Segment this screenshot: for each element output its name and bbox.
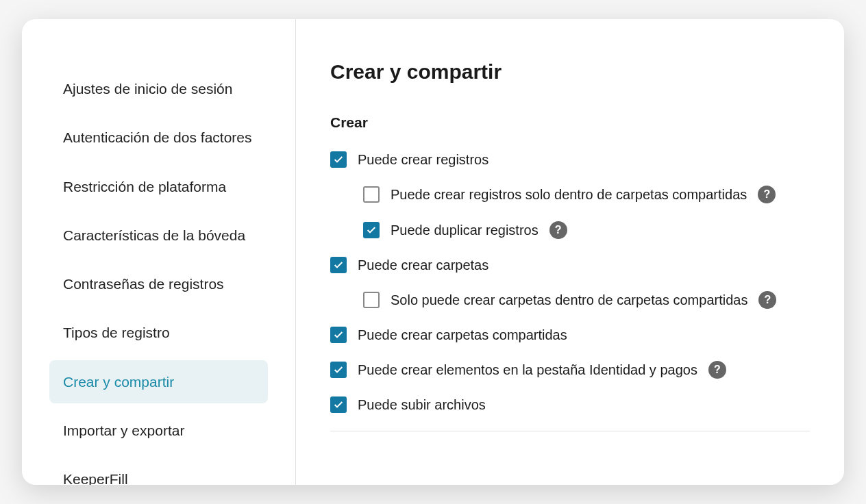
option-label: Puede crear registros solo dentro de car…	[391, 187, 747, 203]
sidebar-item-platform-restriction[interactable]: Restricción de plataforma	[49, 165, 268, 208]
content-panel: Crear y compartir Crear Puede crear regi…	[296, 19, 844, 485]
checkbox-can-create-records[interactable]	[330, 151, 347, 168]
sidebar-item-keeperfill[interactable]: KeeperFill	[49, 457, 268, 485]
check-icon	[333, 364, 344, 375]
check-icon	[333, 399, 344, 410]
help-icon[interactable]: ?	[758, 186, 776, 203]
checkbox-create-folders-shared-only[interactable]	[363, 292, 380, 308]
check-icon	[333, 329, 344, 340]
option-label: Puede subir archivos	[358, 397, 486, 413]
option-label: Solo puede crear carpetas dentro de carp…	[391, 292, 747, 308]
check-icon	[333, 154, 344, 165]
option-can-create-shared-folders: Puede crear carpetas compartidas	[330, 327, 810, 343]
option-label: Puede crear registros	[358, 152, 488, 168]
sidebar: Ajustes de inicio de sesión Autenticació…	[22, 19, 296, 485]
checkbox-can-create-identity-payments[interactable]	[330, 362, 347, 378]
option-can-create-records: Puede crear registros	[330, 151, 810, 168]
sidebar-item-two-factor[interactable]: Autenticación de dos factores	[49, 116, 268, 159]
sidebar-item-vault-features[interactable]: Características de la bóveda	[49, 214, 268, 257]
sidebar-item-record-passwords[interactable]: Contraseñas de registros	[49, 262, 268, 305]
check-icon	[333, 260, 344, 270]
sidebar-item-create-share[interactable]: Crear y compartir	[49, 360, 268, 403]
checkbox-can-duplicate-records[interactable]	[363, 222, 380, 238]
help-icon[interactable]: ?	[708, 361, 726, 379]
checkbox-can-upload-files[interactable]	[330, 396, 347, 413]
checkbox-can-create-shared-folders[interactable]	[330, 327, 347, 343]
checkbox-can-create-folders[interactable]	[330, 257, 347, 273]
checkbox-create-records-shared-only[interactable]	[363, 186, 380, 203]
check-icon	[366, 225, 377, 236]
settings-card: Ajustes de inicio de sesión Autenticació…	[22, 19, 844, 485]
option-can-create-folders: Puede crear carpetas	[330, 257, 810, 273]
option-label: Puede crear elementos en la pestaña Iden…	[358, 362, 697, 378]
option-create-records-shared-only: Puede crear registros solo dentro de car…	[363, 186, 810, 203]
page-title: Crear y compartir	[330, 60, 810, 84]
option-can-upload-files: Puede subir archivos	[330, 396, 810, 413]
section-title-create: Crear	[330, 114, 810, 131]
option-label: Puede duplicar registros	[391, 223, 539, 238]
sidebar-item-import-export[interactable]: Importar y exportar	[49, 409, 268, 452]
option-label: Puede crear carpetas	[358, 257, 488, 273]
option-can-create-identity-payments: Puede crear elementos en la pestaña Iden…	[330, 361, 810, 379]
option-create-folders-shared-only: Solo puede crear carpetas dentro de carp…	[363, 291, 810, 309]
help-icon[interactable]: ?	[549, 221, 567, 239]
option-label: Puede crear carpetas compartidas	[358, 327, 567, 343]
help-icon[interactable]: ?	[758, 291, 776, 309]
sidebar-item-record-types[interactable]: Tipos de registro	[49, 311, 268, 354]
option-can-duplicate-records: Puede duplicar registros ?	[363, 221, 810, 239]
sidebar-item-login-settings[interactable]: Ajustes de inicio de sesión	[49, 67, 268, 110]
section-divider	[330, 431, 810, 431]
